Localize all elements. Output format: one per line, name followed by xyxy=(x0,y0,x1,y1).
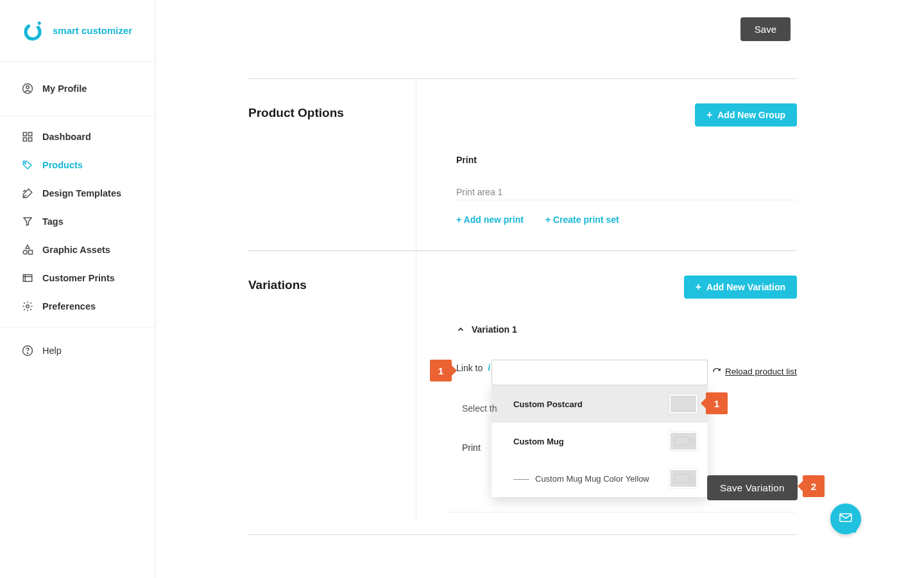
reload-label: Reload product list xyxy=(725,367,797,376)
product-dropdown-list: Custom Postcard Custom Mug —— Custom Mug… xyxy=(492,385,708,497)
sidebar-item-label: Design Templates xyxy=(42,188,121,198)
brand-name: smart customizer xyxy=(53,25,132,36)
svg-point-9 xyxy=(23,250,27,254)
sidebar-item-label: My Profile xyxy=(42,83,87,94)
dropdown-option-custom-postcard[interactable]: Custom Postcard xyxy=(492,385,708,423)
sidebar-item-dashboard[interactable]: Dashboard xyxy=(0,123,155,151)
mail-icon xyxy=(838,510,853,528)
variation-accordion-header[interactable]: Variation 1 xyxy=(456,324,797,335)
link-to-label: Link to xyxy=(456,363,483,373)
sidebar-item-tags[interactable]: Tags xyxy=(0,207,155,236)
indent-dash-icon: —— xyxy=(513,474,529,484)
shapes-icon xyxy=(22,244,33,256)
svg-rect-7 xyxy=(29,138,32,141)
callout-marker-1: 1 xyxy=(430,360,452,381)
button-label: Add New Variation xyxy=(706,282,785,292)
print-area-row[interactable]: Print area 1 xyxy=(456,187,797,200)
sidebar-item-label: Preferences xyxy=(42,301,96,311)
dropdown-option-custom-mug-yellow[interactable]: —— Custom Mug Mug Color Yellow xyxy=(492,460,708,497)
svg-point-14 xyxy=(27,353,28,353)
dropdown-option-custom-mug[interactable]: Custom Mug xyxy=(492,423,708,460)
brand-logo-mark xyxy=(22,20,44,42)
product-thumbnail xyxy=(669,469,697,488)
plus-icon: + xyxy=(706,110,712,120)
svg-rect-10 xyxy=(29,250,33,254)
add-new-group-button[interactable]: + Add New Group xyxy=(695,103,797,127)
design-icon xyxy=(22,188,33,199)
section-divider xyxy=(248,534,797,535)
svg-point-8 xyxy=(24,162,26,164)
prints-icon xyxy=(22,272,33,284)
button-label: Add New Group xyxy=(717,110,785,120)
callout-marker-2: 2 xyxy=(803,475,825,497)
option-group-label: Print xyxy=(456,155,797,165)
svg-point-1 xyxy=(38,21,41,24)
sidebar-item-label: Graphic Assets xyxy=(42,245,110,255)
sidebar-item-customer-prints[interactable]: Customer Prints xyxy=(0,264,155,292)
product-link-dropdown: Custom Postcard Custom Mug —— Custom Mug… xyxy=(492,360,708,497)
svg-point-3 xyxy=(26,86,30,89)
sidebar-item-my-profile[interactable]: My Profile xyxy=(0,74,155,103)
reload-icon xyxy=(712,367,721,376)
plus-icon: + xyxy=(696,282,701,292)
product-thumbnail xyxy=(669,432,697,451)
chevron-up-icon xyxy=(456,325,465,334)
sidebar-item-label: Tags xyxy=(42,216,64,227)
gear-icon xyxy=(22,301,33,312)
dashboard-icon xyxy=(22,131,33,143)
sidebar-item-label: Customer Prints xyxy=(42,273,115,283)
chat-bubble-tail xyxy=(850,527,861,539)
sidebar-item-products[interactable]: Products xyxy=(0,151,155,179)
sidebar-item-design-templates[interactable]: Design Templates xyxy=(0,179,155,207)
sidebar-item-graphic-assets[interactable]: Graphic Assets xyxy=(0,236,155,264)
save-variation-button[interactable]: Save Variation xyxy=(707,475,798,500)
svg-rect-11 xyxy=(23,275,32,282)
product-thumbnail xyxy=(669,394,697,414)
info-icon[interactable]: i xyxy=(488,363,490,373)
svg-point-0 xyxy=(22,22,42,42)
svg-rect-15 xyxy=(840,514,851,521)
svg-point-12 xyxy=(26,305,30,308)
inner-divider xyxy=(445,512,796,512)
help-icon xyxy=(22,345,33,356)
reload-product-list-link[interactable]: Reload product list xyxy=(712,367,797,376)
sidebar: smart customizer My Profile Dashboard Pr… xyxy=(0,0,155,578)
tag-icon xyxy=(22,159,33,171)
filter-icon xyxy=(22,216,33,227)
brand-logo: smart customizer xyxy=(0,0,155,62)
sidebar-item-label: Dashboard xyxy=(42,132,91,142)
product-search-input[interactable] xyxy=(492,360,708,385)
dropdown-option-label: Custom Mug Mug Color Yellow xyxy=(535,474,649,484)
svg-rect-6 xyxy=(23,138,26,141)
dropdown-option-label: Custom Mug xyxy=(513,437,564,446)
dropdown-option-label: Custom Postcard xyxy=(513,399,583,409)
variation-name: Variation 1 xyxy=(472,324,517,335)
svg-rect-5 xyxy=(29,132,32,136)
add-new-print-link[interactable]: + Add new print xyxy=(456,215,524,225)
callout-marker-1b: 1 xyxy=(706,392,728,414)
svg-rect-4 xyxy=(23,132,26,136)
product-options-heading: Product Options xyxy=(248,106,416,120)
select-label-partial: Select th xyxy=(462,403,497,414)
sidebar-item-label: Help xyxy=(42,346,62,356)
add-new-variation-button[interactable]: + Add New Variation xyxy=(684,276,797,299)
variations-heading: Variations xyxy=(248,278,416,292)
print-label: Print xyxy=(462,442,481,453)
sidebar-item-label: Products xyxy=(42,160,83,170)
profile-icon xyxy=(22,83,33,94)
sidebar-item-help[interactable]: Help xyxy=(0,337,155,365)
create-print-set-link[interactable]: + Create print set xyxy=(545,215,619,225)
sidebar-item-preferences[interactable]: Preferences xyxy=(0,292,155,320)
main-content: Save Product Options + Add New Group Pri… xyxy=(155,0,924,578)
